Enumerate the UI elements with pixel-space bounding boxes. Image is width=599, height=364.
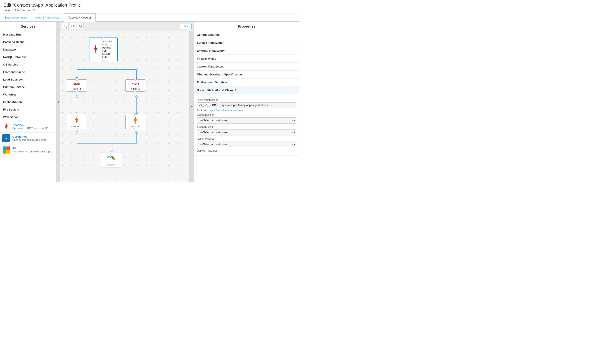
root-path: Root path: http://c3-vk.s3.amazonaws.com… [197, 109, 296, 112]
suspend-select[interactable]: ----Select a Location---- [197, 129, 296, 135]
sidebar-item-file-system[interactable]: File System [0, 106, 56, 113]
version-link[interactable]: 1.0 [15, 8, 19, 12]
sidebar-item-frontend-cache[interactable]: Frontend Cache [0, 68, 56, 76]
geronimo-name: Geronimo3 [12, 135, 46, 138]
clear-button[interactable]: clear [180, 24, 192, 29]
apache2-info: Apache2 Open-source HTTP server for OS [12, 123, 49, 130]
mysql-label: Databas... [106, 163, 117, 166]
connector-bottom-abl[interactable] [76, 128, 78, 130]
init-script-row: VK_S3_REPO [197, 102, 296, 108]
svg-point-20 [76, 95, 78, 98]
resume-wrapper: ----Select a Location---- [197, 141, 296, 147]
service-card-iis[interactable]: IIS Web server for Windows-based apps [0, 144, 56, 156]
init-path-input[interactable] [220, 102, 296, 108]
apache-top-info: CPUs: 1Memory: 1GBStorage: 0GB [101, 43, 115, 59]
node-nginx2[interactable]: NGiNX nginx_2 [125, 79, 145, 92]
cleanup-select[interactable]: ----Select a Location---- [197, 117, 296, 124]
tab-basic[interactable]: Basic Information [0, 13, 31, 21]
sidebar-item-web-server[interactable]: Web Server [0, 113, 56, 121]
deploy-packages-label: Deploy Packages [197, 149, 296, 152]
nginx1-icon: NGiNX [71, 81, 83, 87]
node-apache-br[interactable]: Apache [125, 115, 145, 129]
prop-custom-params[interactable]: Custom Parameters [194, 63, 300, 71]
resume-label: Resume script [197, 137, 296, 140]
resume-select[interactable]: ----Select a Location---- [197, 141, 296, 147]
topology-canvas[interactable]: apache2... CPUs: 1Memory: 1GBStorage: 0G… [60, 31, 190, 182]
connector-top-mysql[interactable] [110, 151, 112, 153]
collapse-right-button[interactable]: ▶ [190, 31, 194, 182]
sidebar-item-workflow[interactable]: Workflow [0, 91, 56, 98]
apache-br-icon [132, 116, 139, 125]
apache2-desc: Open-source HTTP server for OS [12, 127, 49, 130]
svg-line-9 [74, 27, 74, 28]
sidebar-item-message-bus[interactable]: Message Bus [0, 31, 56, 38]
service-card-apache2[interactable]: Apache2 Open-source HTTP server for OS [0, 121, 56, 133]
zoom-out-button[interactable] [70, 23, 76, 29]
apache-bl-label: apache2... [71, 125, 82, 128]
svg-rect-0 [3, 146, 6, 150]
apache-top-icon [91, 45, 100, 54]
sidebar-item-load-balancer[interactable]: Load Balancer [0, 76, 56, 83]
connector-bottom-nginx2[interactable] [134, 90, 136, 93]
cleanup-wrapper: ----Select a Location---- [197, 117, 296, 124]
sidebar-item-backend-cache[interactable]: Backend Cache [0, 38, 56, 46]
canvas-toolbar: clear [60, 22, 194, 31]
canvas-wrapper: apache2... CPUs: 1Memory: 1GBStorage: 0G… [60, 31, 194, 182]
svg-text:MySQL: MySQL [107, 156, 114, 158]
connector-top-abr[interactable] [134, 114, 136, 116]
service-card-geronimo[interactable]: G Geronimo3 Open source application serv… [0, 133, 56, 144]
main-content: Services Message Bus Backend Cache Datab… [0, 22, 300, 182]
connector-bottom-abr[interactable] [134, 128, 136, 130]
nginx2-label: nginx_2 [131, 87, 140, 90]
suspend-label: Suspend script [197, 125, 296, 128]
geronimo-desc: Open source application server [12, 138, 46, 141]
svg-rect-2 [3, 150, 6, 153]
mysql-icon: MySQL [105, 154, 118, 163]
apache2-icon [2, 123, 10, 131]
page-title: Edit "CompositeApp" Application Profile [4, 3, 296, 8]
geronimo-icon: G [2, 134, 10, 142]
prop-general-settings[interactable]: General Settings [194, 31, 300, 39]
svg-point-28 [76, 131, 78, 134]
connector-top[interactable] [102, 37, 105, 39]
zoom-in-button[interactable] [62, 23, 69, 29]
node-mysql[interactable]: MySQL Databas... [101, 152, 121, 168]
collapse-left-button[interactable]: ◀ [56, 22, 60, 182]
iis-name: IIS [12, 147, 52, 150]
svg-rect-1 [6, 146, 10, 150]
tab-topology[interactable]: Topology Modeler [64, 13, 96, 22]
sidebar-item-orchestration[interactable]: Orchestration [0, 98, 56, 106]
topology-connections [60, 31, 190, 182]
sidebar-item-database[interactable]: Database [0, 46, 56, 53]
connector-top-nginx1[interactable] [76, 78, 78, 81]
iis-desc: Web server for Windows-based apps [12, 150, 52, 153]
root-path-link[interactable]: http://c3-vk.s3.amazonaws.com/ [209, 109, 243, 112]
tab-global[interactable]: Global Parameters [31, 13, 64, 21]
undo-button[interactable] [77, 23, 84, 29]
nginx1-label: nginx_1 [73, 87, 81, 90]
connector-top-nginx2[interactable] [134, 78, 136, 81]
svg-point-23 [135, 95, 138, 98]
sidebar-item-os-service[interactable]: OS Service [0, 61, 56, 68]
prop-node-init[interactable]: Node Initialization & Clean Up [194, 86, 300, 94]
node-apache-top[interactable]: apache2... CPUs: 1Memory: 1GBStorage: 0G… [89, 37, 118, 61]
canvas-area: clear [60, 22, 194, 182]
connector-bottom-nginx1[interactable] [76, 90, 78, 93]
sidebar-item-nosql[interactable]: NoSQL Database [0, 53, 56, 61]
node-nginx1[interactable]: NGiNX nginx_1 [67, 79, 87, 92]
node-apache-bl[interactable]: apache2... [67, 115, 87, 129]
sidebar: Services Message Bus Backend Cache Datab… [0, 22, 56, 182]
connector-top-abl[interactable] [76, 114, 78, 116]
connector-bottom[interactable] [102, 60, 105, 62]
prop-external-init[interactable]: External Initialization [194, 47, 300, 55]
prop-firewall[interactable]: Firewall Rules [194, 55, 300, 63]
prop-min-hardware[interactable]: Minimum Hardware Specification [194, 71, 300, 78]
tab-bar: Basic Information Global Parameters Topo… [0, 13, 300, 22]
prop-env-vars[interactable]: Environment Variables [194, 78, 300, 86]
zoom-in-icon [64, 25, 67, 28]
init-location-select[interactable]: VK_S3_REPO [197, 102, 218, 108]
sidebar-item-custom-service[interactable]: Custom Service [0, 83, 56, 91]
prop-service-init[interactable]: Service Initialization [194, 39, 300, 47]
init-location-wrapper: VK_S3_REPO [197, 102, 218, 108]
sidebar-title: Services [0, 22, 56, 31]
